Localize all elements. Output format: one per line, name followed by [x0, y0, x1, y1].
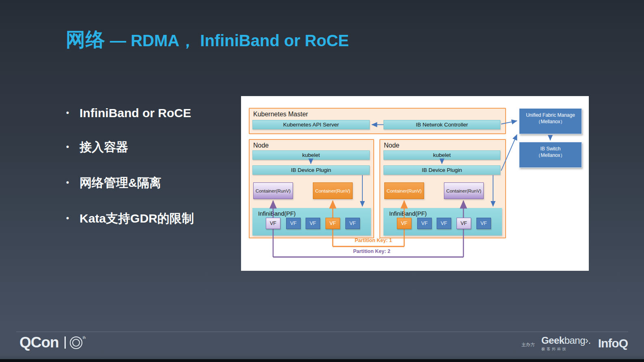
qcon-10th-icon: 1 th: [65, 336, 86, 349]
geekbang-subtitle: 极客邦科技: [541, 347, 591, 352]
ufm-line2: （Mellanox）: [519, 118, 582, 125]
ib-switch-line2: （Mellanox）: [519, 152, 582, 159]
title-rest: — RDMA， InfiniBand or RoCE: [106, 32, 349, 49]
vf-box: VF: [476, 218, 491, 229]
node-right-infiniband-pf-label: InfiniBand(PF): [389, 210, 427, 217]
infoq-logo: InfoQ: [598, 336, 628, 350]
organizer-label: 主办方: [521, 342, 535, 348]
qcon-wordmark: QCon: [19, 334, 59, 351]
unified-fabric-manage-box: Unified Fabric Manage （Mellanox）: [519, 108, 582, 134]
slide: 网络 — RDMA， InfiniBand or RoCE • InfiniBa…: [0, 0, 644, 362]
vf-box: VF: [457, 218, 471, 229]
bullet-label: 接入容器: [80, 139, 128, 156]
bullet-dot: •: [66, 142, 69, 152]
list-item: • Kata支持GDR的限制: [66, 210, 194, 227]
node-left-ib-device-plugin-bar: IB Device Plugin: [252, 165, 370, 175]
node-left-label: Node: [253, 142, 269, 149]
page-title: 网络 — RDMA， InfiniBand or RoCE: [66, 27, 349, 53]
qcon-ten-one: 1: [65, 336, 68, 349]
qcon-logo: QCon 1 th: [19, 334, 85, 351]
list-item: • InfiniBand or RoCE: [66, 106, 194, 120]
vf-box: VF: [437, 218, 451, 229]
qcon-ten-th: th: [83, 336, 86, 340]
bullet-dot: •: [66, 178, 69, 187]
vf-box: VF: [397, 218, 411, 229]
ufm-line1: Unified Fabric Manage: [519, 112, 582, 118]
geekbang-bold: Geek: [541, 335, 564, 346]
node-right-container-runv-purple: Container(RunV): [444, 182, 484, 199]
vf-box: VF: [417, 218, 432, 229]
vf-box: VF: [345, 218, 360, 229]
title-zh: 网络: [66, 29, 106, 50]
geekbang-light: bang›.: [564, 335, 591, 346]
ib-switch-box: IB Switch （Mellanox）: [519, 142, 582, 168]
ib-switch-line1: IB Switch: [519, 146, 582, 152]
node-left-kubelet-bar: kubelet: [252, 150, 370, 160]
node-right-label: Node: [384, 142, 399, 149]
footer-divider: [16, 332, 628, 332]
node-left-infiniband-pf-box: InfiniBand(PF) VF VF VF VF VF: [252, 208, 371, 236]
bullet-list: • InfiniBand or RoCE • 接入容器 • 网络管理&隔离 • …: [66, 106, 194, 246]
node-right-kubelet-bar: kubelet: [383, 150, 500, 160]
bullet-dot: •: [66, 108, 69, 118]
node-left-container-runv-purple: Container(RunV): [253, 182, 293, 199]
bullet-label: 网络管理&隔离: [80, 175, 162, 191]
node-left-container-runv-orange: Container(RunV): [313, 182, 353, 199]
bullet-dot: •: [66, 214, 69, 223]
api-server-bar: Kubernetes API Server: [252, 120, 370, 129]
list-item: • 接入容器: [66, 139, 194, 156]
vf-box: VF: [325, 218, 340, 229]
vf-box: VF: [286, 218, 301, 229]
diagram-panel: Kubernetes Master Kubernetes API Server …: [241, 96, 589, 271]
node-left-infiniband-pf-label: InfiniBand(PF): [258, 210, 296, 217]
list-item: • 网络管理&隔离: [66, 175, 194, 191]
bullet-label: Kata支持GDR的限制: [80, 210, 194, 227]
node-right-ib-device-plugin-bar: IB Device Plugin: [383, 165, 500, 175]
vf-box: VF: [266, 218, 280, 229]
partition-key-2-label: Partition Key: 2: [339, 248, 404, 254]
vf-box: VF: [306, 218, 320, 229]
geekbang-logo: Geekbang›. 极客邦科技: [541, 335, 591, 352]
footer-hosts: 主办方 Geekbang›. 极客邦科技 InfoQ: [521, 335, 628, 352]
bullet-label: InfiniBand or RoCE: [80, 106, 191, 120]
bottom-edge-strip: [0, 359, 644, 362]
node-right-infiniband-pf-box: InfiniBand(PF) VF VF VF VF VF: [383, 208, 502, 236]
partition-key-1-label: Partition Key: 1: [341, 238, 406, 243]
qcon-circle-glyph: [70, 336, 82, 349]
kubernetes-master-label: Kubernetes Master: [253, 111, 308, 118]
node-right-container-runv-orange: Container(RunV): [384, 182, 424, 199]
ib-network-controller-bar: IB Netwrok Controller: [383, 120, 500, 129]
